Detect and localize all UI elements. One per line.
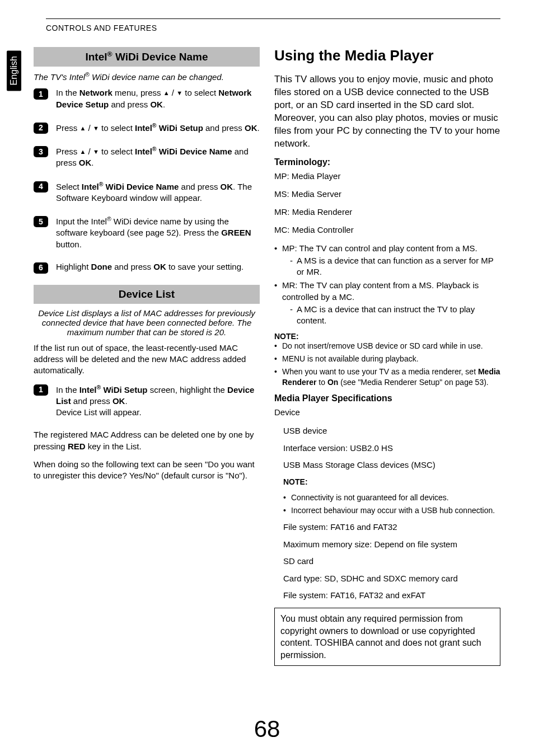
widi-name-caption: The TV's Intel® WiDi device name can be … [34,71,260,82]
t: key in the List. [86,442,142,451]
t: Intel [135,147,152,156]
step-badge-1: 1 [34,88,48,100]
t: In the [56,385,79,395]
t: WiDi Device Name [157,147,232,156]
spec-sd: SD card [283,555,500,568]
role-bullets: MP: The TV can control and play content … [274,243,500,327]
step-1-body: In the Network menu, press ▲ / ▼ to sele… [56,87,260,110]
t: OK [79,158,92,167]
device-list-para1: If the list run out of space, the least-… [34,342,260,377]
title-pre: Intel [85,51,107,63]
t: OK [113,396,125,406]
t: (see "Media Renderer Setup" on page 53). [338,378,488,387]
term-ms: MS: Media Server [274,189,500,200]
step-1: 1 In the Network menu, press ▲ / ▼ to se… [34,87,260,110]
t: to select [99,147,135,156]
note-item: Do not insert/remove USB device or SD ca… [274,341,500,351]
t: Press [56,147,80,156]
term-mp: MP: Media Player [274,171,500,182]
step-3-body: Press ▲ / ▼ to select Intel® WiDi Device… [56,145,260,169]
t: to [316,378,327,387]
copyright-box: You must obtain any required permission … [274,608,500,666]
note-block-2: NOTE: Connectivity is not guaranteed for… [283,476,500,516]
dl-step-1-body: In the Intel® WiDi Setup screen, highlig… [56,383,260,419]
t: and press [179,182,220,191]
t: MP: The TV can control and play content … [282,243,477,253]
t: and press [112,262,153,271]
note-item: When you want to use your TV as a media … [274,367,500,388]
role-mp: MP: The TV can control and play content … [274,243,500,278]
t: Select [56,182,82,191]
t: . [125,396,127,406]
term-mc: MC: Media Controller [274,224,500,236]
device-list-steps: 1 In the Intel® WiDi Setup screen, highl… [34,383,260,419]
spec-fs1: File system: FAT16 and FAT32 [283,521,500,534]
t: button. [56,240,82,249]
t: OK [245,123,257,133]
role-mp-sub: A MS is a device that can function as a … [290,255,500,278]
right-column: Using the Media Player This TV allows yo… [274,47,500,666]
section-title-device-list: Device List [34,285,260,304]
spec-mem: Maximum memory size: Depend on file syst… [283,538,500,551]
spec-block: USB device Interface version: USB2.0 HS … [274,425,500,602]
up-arrow-icon: ▲ [163,89,170,97]
header-rule [46,18,500,19]
media-player-heading: Using the Media Player [274,47,500,64]
t: ® [152,122,157,129]
t: Network [79,88,113,97]
spec-msc: USB Mass Storage Class devices (MSC) [283,459,500,472]
t: When you want to use your TV as a media … [282,367,478,376]
step-badge-2: 2 [34,123,48,134]
step-5-body: Input the Intel® WiDi device name by usi… [56,215,260,250]
step-4: 4 Select Intel® WiDi Device Name and pre… [34,180,260,204]
note-item: MENU is not available during playback. [274,354,500,364]
step-6: 6 Highlight Done and press OK to save yo… [34,261,260,274]
t: Done [91,262,113,271]
spec-interface: Interface version: USB2.0 HS [283,442,500,455]
spec-usb-device: USB device [283,425,500,438]
t: In the [56,88,79,97]
t: Device List will appear. [56,407,142,417]
section-title-widi-name: Intel® WiDi Device Name [34,47,260,67]
step-3: 3 Press ▲ / ▼ to select Intel® WiDi Devi… [34,145,260,169]
down-arrow-icon: ▼ [93,148,99,156]
device-label: Device [274,407,500,418]
note-item: Incorrect behaviour may occur with a USB… [283,505,500,516]
t: and press [109,100,150,109]
t: to select [182,88,218,97]
spec-card: Card type: SD, SDHC and SDXC memory card [283,572,500,585]
t: to save your setting. [166,262,243,271]
note-block-1: NOTE: Do not insert/remove USB device or… [274,332,500,388]
role-mr-sub: A MC is a device that can instruct the T… [290,304,500,327]
step-5: 5 Input the Intel® WiDi device name by u… [34,215,260,250]
t: OK [153,262,166,271]
t: On [327,378,338,387]
term-mr: MR: Media Renderer [274,206,500,218]
t: OK [221,182,233,191]
step-4-body: Select Intel® WiDi Device Name and press… [56,180,260,204]
t: WiDi Setup [157,123,203,133]
device-list-caption: Device List displays a list of MAC addre… [34,308,260,337]
step-2: 2 Press ▲ / ▼ to select Intel® WiDi Setu… [34,121,260,134]
t: The registered MAC Address can be delete… [34,430,254,450]
step-badge-5: 5 [34,216,48,227]
section-header: CONTROLS AND FEATURES [46,24,157,32]
cap-sup: ® [85,71,90,78]
t: menu, press [113,88,163,97]
down-arrow-icon: ▼ [93,124,99,133]
left-column: Intel® WiDi Device Name The TV's Intel® … [34,47,260,666]
t: and press [203,123,245,133]
cap-post: WiDi device name can be changed. [90,72,224,82]
t: GREEN [221,228,251,237]
t: RED [68,442,86,451]
terminology-label: Terminology: [274,157,500,167]
title-sup: ® [107,50,113,58]
t: screen, highlight the [148,385,228,395]
step-badge-4: 4 [34,181,48,192]
device-list-para2: The registered MAC Address can be delete… [34,429,260,452]
t: WiDi Setup [101,385,147,395]
t: / [86,123,93,133]
note-label: NOTE: [274,332,500,341]
page-number: 68 [0,716,534,743]
step-2-body: Press ▲ / ▼ to select Intel® WiDi Setup … [56,121,260,134]
